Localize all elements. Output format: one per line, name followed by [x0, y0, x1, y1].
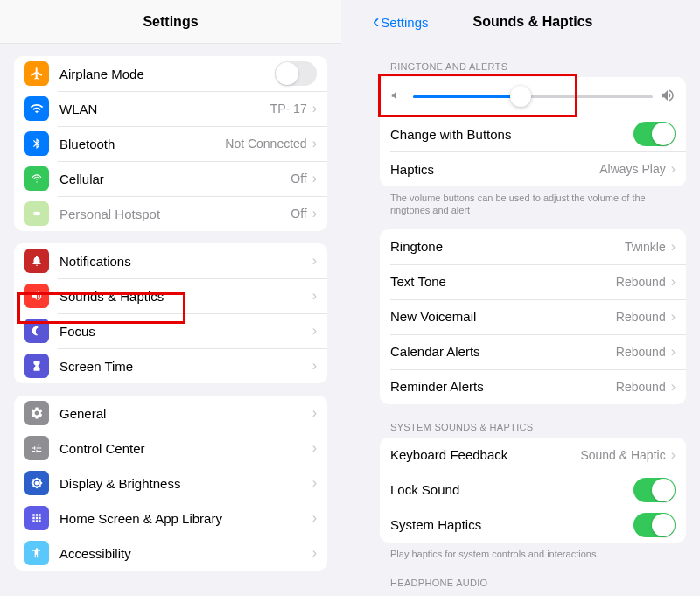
general-row[interactable]: General ›: [14, 396, 327, 431]
control-center-row[interactable]: Control Center ›: [14, 431, 327, 466]
ringtone-label: Ringtone: [390, 239, 625, 254]
ringtone-row[interactable]: Ringtone Twinkle ›: [380, 229, 686, 264]
chevron-right-icon: ›: [312, 253, 317, 269]
change-buttons-row[interactable]: Change with Buttons: [380, 116, 686, 151]
alerts-section: Notifications › Sounds & Haptics › Focus…: [14, 243, 327, 383]
network-section: Airplane Mode WLAN TP- 17 › Bluetooth No…: [14, 56, 327, 231]
voicemail-label: New Voicemail: [390, 309, 616, 324]
change-buttons-label: Change with Buttons: [390, 127, 634, 142]
settings-header: Settings: [0, 0, 341, 44]
haptics-value: Always Play: [599, 162, 665, 176]
general-label: General: [60, 406, 312, 421]
bell-icon: [24, 249, 49, 273]
lock-sound-row[interactable]: Lock Sound: [380, 473, 686, 508]
chevron-left-icon: ‹: [373, 12, 379, 32]
bluetooth-row[interactable]: Bluetooth Not Connected ›: [14, 126, 327, 161]
display-label: Display & Brightness: [60, 476, 312, 491]
chevron-right-icon: ›: [312, 136, 317, 151]
calendar-value: Rebound: [616, 345, 666, 359]
chevron-right-icon: ›: [312, 475, 317, 491]
lock-sound-label: Lock Sound: [390, 482, 634, 497]
notifications-row[interactable]: Notifications ›: [14, 243, 327, 278]
system-haptics-row[interactable]: System Haptics: [380, 508, 686, 543]
airplane-row[interactable]: Airplane Mode: [14, 56, 327, 91]
bluetooth-label: Bluetooth: [60, 137, 225, 151]
system-haptics-toggle[interactable]: [634, 513, 676, 537]
hotspot-label: Personal Hotspot: [60, 207, 290, 221]
hotspot-icon: [24, 201, 49, 226]
svg-point-2: [36, 548, 38, 550]
change-buttons-toggle[interactable]: [634, 122, 676, 146]
detail-header: ‹ Settings Sounds & Haptics: [366, 0, 700, 44]
text-tone-row[interactable]: Text Tone Rebound ›: [380, 264, 686, 299]
chevron-right-icon: ›: [312, 405, 317, 421]
airplane-label: Airplane Mode: [60, 67, 275, 81]
gear-icon: [24, 401, 49, 425]
volume-slider[interactable]: [413, 95, 653, 98]
cellular-icon: [24, 166, 49, 191]
speaker-icon: [24, 284, 49, 308]
system-sounds-footer: Play haptics for system controls and int…: [390, 548, 676, 560]
keyboard-feedback-value: Sound & Haptic: [580, 448, 665, 462]
notifications-label: Notifications: [60, 254, 312, 269]
reminder-row[interactable]: Reminder Alerts Rebound ›: [380, 369, 686, 404]
sounds-haptics-panel: ‹ Settings Sounds & Haptics RINGTONE AND…: [366, 0, 700, 596]
wlan-value: TP- 17: [270, 102, 307, 116]
system-sounds-section: Keyboard Feedback Sound & Haptic › Lock …: [380, 438, 686, 543]
hotspot-value: Off: [290, 207, 306, 221]
home-screen-label: Home Screen & App Library: [60, 511, 312, 526]
keyboard-feedback-row[interactable]: Keyboard Feedback Sound & Haptic ›: [380, 438, 686, 473]
hourglass-icon: [24, 354, 49, 378]
screentime-row[interactable]: Screen Time ›: [14, 348, 327, 383]
accessibility-label: Accessibility: [60, 546, 312, 561]
calendar-row[interactable]: Calendar Alerts Rebound ›: [380, 334, 686, 369]
text-tone-label: Text Tone: [390, 274, 616, 289]
chevron-right-icon: ›: [671, 239, 676, 255]
settings-panel: Settings Airplane Mode WLAN TP- 17 › Blu…: [0, 0, 341, 596]
display-row[interactable]: Display & Brightness ›: [14, 466, 327, 501]
chevron-right-icon: ›: [671, 309, 676, 325]
chevron-right-icon: ›: [312, 323, 317, 339]
voicemail-value: Rebound: [616, 310, 666, 324]
airplane-toggle[interactable]: [275, 61, 317, 86]
headphone-header: HEADPHONE AUDIO: [390, 578, 676, 588]
haptics-row[interactable]: Haptics Always Play ›: [380, 151, 686, 186]
keyboard-feedback-label: Keyboard Feedback: [390, 447, 580, 462]
calendar-label: Calendar Alerts: [390, 344, 616, 359]
chevron-right-icon: ›: [671, 344, 676, 360]
sounds-row[interactable]: Sounds & Haptics ›: [14, 278, 327, 313]
control-center-label: Control Center: [60, 441, 312, 456]
sliders-icon: [24, 436, 49, 460]
accessibility-row[interactable]: Accessibility ›: [14, 536, 327, 571]
chevron-right-icon: ›: [671, 161, 676, 177]
wifi-icon: [24, 96, 49, 121]
sounds-label: Sounds & Haptics: [60, 289, 312, 304]
cellular-row[interactable]: Cellular Off ›: [14, 161, 327, 196]
ringtone-group-header: RINGTONE AND ALERTS: [390, 61, 676, 72]
wlan-row[interactable]: WLAN TP- 17 ›: [14, 91, 327, 126]
back-button[interactable]: ‹ Settings: [373, 12, 429, 32]
wlan-label: WLAN: [60, 102, 270, 116]
speaker-high-icon: [660, 88, 676, 106]
haptics-label: Haptics: [390, 162, 599, 177]
airplane-icon: [24, 61, 49, 86]
back-label: Settings: [381, 15, 428, 30]
chevron-right-icon: ›: [312, 510, 317, 526]
focus-row[interactable]: Focus ›: [14, 313, 327, 348]
voicemail-row[interactable]: New Voicemail Rebound ›: [380, 299, 686, 334]
chevron-right-icon: ›: [312, 545, 317, 561]
system-haptics-label: System Haptics: [390, 517, 634, 532]
focus-label: Focus: [60, 324, 312, 339]
cellular-value: Off: [290, 172, 306, 186]
page-title: Settings: [143, 14, 198, 30]
ringtone-section: Change with Buttons Haptics Always Play …: [380, 77, 686, 186]
home-screen-row[interactable]: Home Screen & App Library ›: [14, 501, 327, 536]
chevron-right-icon: ›: [312, 101, 317, 116]
accessibility-icon: [24, 541, 49, 565]
chevron-right-icon: ›: [671, 379, 676, 395]
text-tone-value: Rebound: [616, 275, 666, 289]
hotspot-row[interactable]: Personal Hotspot Off ›: [14, 196, 327, 231]
grid-icon: [24, 506, 49, 530]
lock-sound-toggle[interactable]: [634, 478, 676, 502]
chevron-right-icon: ›: [671, 274, 676, 290]
